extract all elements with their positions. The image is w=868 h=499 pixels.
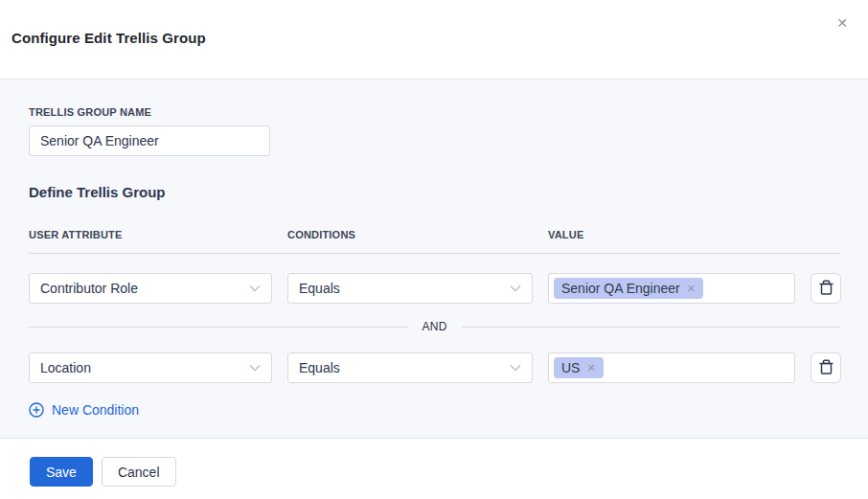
user-attribute-select-value: Location	[40, 360, 91, 375]
cancel-button[interactable]: Cancel	[102, 457, 176, 487]
trash-icon	[818, 279, 834, 299]
user-attribute-select-value: Contributor Role	[40, 281, 138, 296]
configure-trellis-group-modal: Configure Edit Trellis Group ✕ TRELLIS G…	[0, 0, 868, 499]
user-attribute-select[interactable]: Contributor Role	[29, 273, 272, 304]
modal-body: TRELLIS GROUP NAME Define Trellis Group …	[0, 79, 868, 439]
value-tag: Senior QA Engineer ✕	[554, 278, 703, 299]
joiner-label: AND	[422, 320, 446, 333]
joiner-line-left	[29, 327, 407, 328]
joiner-line-right	[462, 327, 840, 328]
value-tag-label: Senior QA Engineer	[561, 281, 680, 296]
new-condition-button[interactable]: New Condition	[29, 402, 139, 418]
modal-title: Configure Edit Trellis Group	[11, 30, 206, 46]
plus-circle-icon	[29, 402, 44, 418]
header-divider	[29, 253, 840, 254]
condition-select[interactable]: Equals	[287, 273, 533, 304]
remove-tag-icon[interactable]: ✕	[687, 284, 696, 294]
value-multiselect[interactable]: Senior QA Engineer ✕	[548, 273, 795, 304]
chevron-down-icon	[249, 364, 261, 372]
chevron-down-icon	[510, 284, 521, 292]
condition-select[interactable]: Equals	[287, 352, 533, 383]
user-attribute-select[interactable]: Location	[29, 352, 272, 383]
condition-row: Location Equals US ✕	[29, 352, 840, 383]
modal-footer: Save Cancel	[0, 439, 868, 499]
chevron-down-icon	[249, 284, 261, 292]
delete-condition-button[interactable]	[811, 273, 841, 304]
close-icon[interactable]: ✕	[833, 13, 852, 33]
define-trellis-group-heading: Define Trellis Group	[29, 184, 840, 200]
value-tag: US ✕	[554, 357, 604, 378]
chevron-down-icon	[510, 364, 521, 372]
save-button[interactable]: Save	[30, 457, 93, 487]
value-tag-label: US	[561, 360, 580, 375]
trash-icon	[818, 358, 834, 378]
value-multiselect[interactable]: US ✕	[548, 352, 795, 383]
modal-header: Configure Edit Trellis Group ✕	[0, 0, 868, 79]
trellis-group-name-input[interactable]	[29, 125, 270, 156]
delete-condition-button[interactable]	[811, 352, 841, 383]
value-column-header: VALUE	[548, 229, 795, 240]
condition-select-value: Equals	[299, 360, 340, 375]
condition-select-value: Equals	[299, 281, 340, 296]
conditions-column-header: CONDITIONS	[287, 229, 533, 240]
and-joiner: AND	[29, 320, 840, 333]
condition-column-headers: USER ATTRIBUTE CONDITIONS VALUE	[29, 229, 840, 240]
remove-tag-icon[interactable]: ✕	[586, 363, 595, 374]
new-condition-label: New Condition	[52, 402, 139, 418]
condition-row: Contributor Role Equals Senior QA Engine…	[29, 273, 840, 304]
trellis-group-name-label: TRELLIS GROUP NAME	[29, 106, 840, 118]
user-attribute-column-header: USER ATTRIBUTE	[29, 229, 272, 240]
